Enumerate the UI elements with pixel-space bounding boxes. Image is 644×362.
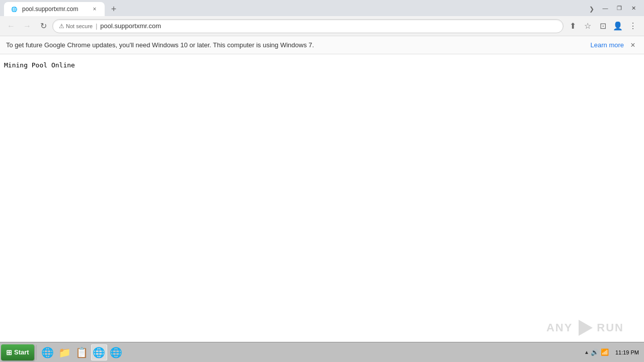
taskbar-app-chrome[interactable]: 🌐 <box>91 344 107 360</box>
not-secure-icon: ⚠ <box>59 23 64 30</box>
taskbar-app-ie[interactable]: 🌐 <box>40 344 56 360</box>
taskbar-app-explorer[interactable]: 📁 <box>57 344 73 360</box>
not-secure-indicator: ⚠ Not secure <box>59 23 93 30</box>
maximize-button[interactable]: ❐ <box>613 3 626 13</box>
active-tab[interactable]: 🌐 pool.supportxmr.com × <box>4 2 105 16</box>
edge-icon: 🌐 <box>110 346 122 358</box>
notification-area: ▲ 🔊 📶 <box>582 347 611 358</box>
not-secure-label: Not secure <box>66 23 93 29</box>
new-tab-button[interactable]: + <box>107 2 121 16</box>
share-button[interactable]: ⬆ <box>566 19 580 33</box>
forward-button[interactable]: → <box>20 19 34 33</box>
infobar: To get future Google Chrome updates, you… <box>0 36 644 54</box>
chrome-icon: 🌐 <box>93 346 105 358</box>
system-clock[interactable]: 11:19 PM <box>613 349 641 355</box>
taskbar-app-taskmanager[interactable]: 📋 <box>74 344 90 360</box>
volume-icon[interactable]: 🔊 <box>590 348 599 357</box>
menu-button[interactable]: ⋮ <box>626 19 640 33</box>
ie-icon: 🌐 <box>41 346 54 358</box>
back-button[interactable]: ← <box>4 19 18 33</box>
tab-scroll-button[interactable]: ❯ <box>587 2 597 16</box>
address-bar[interactable]: ⚠ Not secure | pool.supportxmr.com <box>52 19 564 33</box>
tab-bar: 🌐 pool.supportxmr.com × + ❯ <box>4 0 597 16</box>
explorer-icon: 📁 <box>58 346 71 358</box>
taskbar: ⊞ Start 🌐 📁 📋 🌐 🌐 ▲ 🔊 📶 11:19 PM <box>0 342 644 362</box>
navbar: ← → ↻ ⚠ Not secure | pool.supportxmr.com… <box>0 16 644 36</box>
taskbar-apps: 🌐 📁 📋 🌐 🌐 <box>38 344 579 360</box>
infobar-close-button[interactable]: × <box>628 40 638 50</box>
page-content: Mining Pool Online <box>0 54 644 342</box>
tab-favicon: 🌐 <box>10 5 18 13</box>
learn-more-link[interactable]: Learn more <box>591 41 624 49</box>
taskbar-divider <box>36 345 37 360</box>
titlebar: 🌐 pool.supportxmr.com × + ❯ — ❐ ✕ <box>0 0 644 16</box>
start-button[interactable]: ⊞ Start <box>1 344 34 360</box>
profile-button[interactable]: 👤 <box>611 19 625 33</box>
minimize-button[interactable]: — <box>599 3 612 13</box>
window-controls: — ❐ ✕ <box>599 3 640 13</box>
reload-button[interactable]: ↻ <box>36 19 50 33</box>
network-icon[interactable]: 📶 <box>600 348 609 357</box>
media-button[interactable]: ⊡ <box>596 19 610 33</box>
start-icon: ⊞ <box>6 348 12 356</box>
tab-title: pool.supportxmr.com <box>22 6 87 13</box>
bookmark-button[interactable]: ☆ <box>581 19 595 33</box>
taskbar-app-edge[interactable]: 🌐 <box>108 344 124 360</box>
nav-actions: ⬆ ☆ ⊡ 👤 ⋮ <box>566 19 640 33</box>
url-separator: | <box>96 23 97 30</box>
url-display: pool.supportxmr.com <box>100 22 557 30</box>
taskbar-right: ▲ 🔊 📶 11:19 PM <box>579 347 644 358</box>
tray-expand-button[interactable]: ▲ <box>584 349 589 355</box>
tab-close-button[interactable]: × <box>91 5 99 13</box>
close-button[interactable]: ✕ <box>627 3 640 13</box>
taskmanager-icon: 📋 <box>75 346 88 358</box>
page-text: Mining Pool Online <box>4 61 75 69</box>
start-label: Start <box>14 348 29 356</box>
infobar-message: To get future Google Chrome updates, you… <box>6 41 587 49</box>
